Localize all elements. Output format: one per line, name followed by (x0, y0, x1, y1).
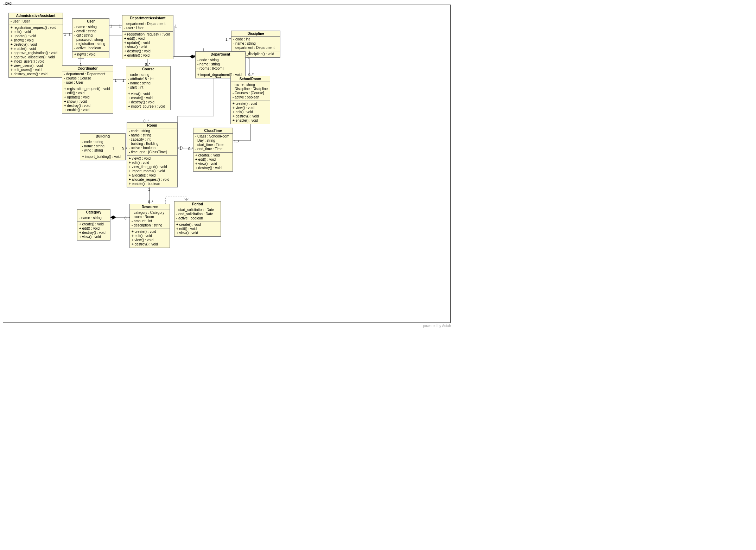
operation-row: + view() : void (79, 235, 108, 239)
class-SchoolRoom: SchoolRoom- name : string- Discipline : … (230, 76, 270, 124)
operations: + create() : void+ view() : void+ edit()… (231, 101, 270, 124)
class-Course: Course- code : string- attribute18 : int… (126, 66, 171, 110)
multiplicity-label: 1 (111, 216, 113, 220)
operations: + new() : void (72, 52, 109, 58)
multiplicity-label: 0..* (125, 216, 130, 220)
operation-row: + edit() : void (11, 30, 61, 34)
attribute-row: - name : string (82, 144, 123, 148)
class-title: Resource (130, 204, 170, 210)
diagram-canvas: pkg AdmnistrativeAssistant- user : User+… (0, 0, 454, 329)
operation-row: + destroy() : void (233, 114, 268, 119)
attribute-row: - name : string (233, 41, 278, 46)
multiplicity-label: 1 (69, 32, 71, 36)
attribute-row: - email : string (74, 29, 107, 33)
operation-row: + view() : void (176, 231, 219, 235)
multiplicity-label: 1..* (225, 38, 231, 41)
operations: + create() : void+ edit() : void+ view()… (130, 229, 170, 248)
operation-row: + destroy() : void (132, 242, 168, 247)
operations: + registration_request() : void+ edit() … (9, 25, 63, 77)
attributes: - code : string- name : string- capacity… (127, 128, 177, 156)
attribute-row: - user : User (11, 19, 61, 24)
operation-row: + new() : void (74, 52, 107, 57)
multiplicity-label: 0..* (188, 147, 193, 151)
operation-row: + create() : void (79, 222, 108, 226)
attribute-row: - active : boolean (129, 146, 176, 150)
multiplicity-label: 1 (80, 55, 82, 59)
class-Room: Room- code : string- name : string- capa… (127, 122, 178, 187)
operation-row: + destroy() : void (128, 100, 169, 104)
operation-row: + destroy() : void (79, 231, 108, 235)
attribute-row: - rooms : [Room] (197, 66, 243, 71)
operation-row: + view() : void (233, 106, 268, 110)
class-title: ClassTime (193, 128, 233, 134)
operation-row: + destroy() : void (64, 104, 111, 108)
multiplicity-label: 1 (122, 78, 125, 82)
multiplicity-label: 1 (110, 24, 112, 28)
operation-row: + index_users() : void (11, 59, 61, 64)
multiplicity-label: 1 (64, 32, 66, 36)
class-User: User- name : string- email : string- cpf… (72, 18, 109, 58)
class-title: Course (126, 66, 170, 72)
multiplicity-label: 1 (115, 78, 117, 82)
operation-row: + edit() : void (195, 158, 231, 162)
operations: + view() : void+ create() : void+ destro… (126, 91, 170, 110)
operation-row: + import_rooms() : void (129, 169, 176, 173)
operations: + view() : void+ edit() : void+ view_tim… (127, 156, 177, 187)
operation-row: + update() : void (64, 95, 111, 100)
attribute-row: - description : string (132, 223, 168, 228)
multiplicity-label: 1 (175, 24, 177, 28)
operation-row: + approve_registration() : void (11, 51, 61, 55)
attribute-row: - registration : string (74, 42, 107, 46)
operation-row: + edit_users() : void (11, 68, 61, 72)
attribute-row: - name : string (197, 62, 243, 66)
operations: + create() : void+ edit() : void+ view()… (193, 153, 233, 171)
class-Resource: Resource- category : Category- room : Ro… (129, 204, 170, 248)
operation-row: + enable() : void (124, 53, 171, 58)
class-title: Building (80, 134, 125, 139)
class-DepartmentAssistant: DepartmentAssistant- department : Depart… (122, 15, 173, 59)
attribute-row: - name : string (129, 133, 176, 138)
multiplicity-label: 1 (112, 147, 114, 151)
operation-row: + view() : void (195, 162, 231, 166)
attributes: - user : User (9, 19, 63, 25)
multiplicity-label: 1 (179, 147, 182, 151)
operation-row: + edit() : void (64, 91, 111, 95)
class-title: AdmnistrativeAssistant (9, 13, 63, 19)
operation-row: + registration_request() : void (64, 87, 111, 91)
operation-row: + edit() : void (124, 37, 171, 41)
operation-row: + registration_request() : void (11, 26, 61, 30)
attribute-row: - department : Department (124, 22, 171, 26)
attributes: - code : string- name : string- rooms : … (196, 57, 245, 72)
multiplicity-label: 0..* (144, 119, 149, 123)
operation-row: + create() : void (233, 102, 268, 106)
operations: + registration_request() : void+ edit() … (122, 32, 173, 59)
attribute-row: - time_grid : [ClassTime] (129, 150, 176, 154)
attribute-row: - start_solicitation : Date (176, 208, 219, 212)
attribute-row: - name : string (79, 216, 108, 220)
attribute-row: - code : string (129, 129, 176, 133)
attribute-row: - active : boolean (74, 46, 107, 50)
class-Building: Building- code : string- name : string- … (80, 133, 126, 160)
class-Category: Category- name : string+ create() : void… (77, 209, 110, 241)
operations: + registration_request() : void+ edit() … (62, 86, 113, 113)
class-title: Room (127, 123, 177, 128)
operations: + create() : void+ edit() : void+ destro… (77, 222, 110, 240)
class-ClassTime: ClassTime- Class : SchoolRoom- Day : str… (193, 128, 233, 172)
attributes: - code : string- name : string- wing : s… (80, 139, 125, 154)
multiplicity-label: 1 (248, 50, 250, 54)
class-title: Period (174, 202, 221, 207)
attribute-row: - password : string (74, 38, 107, 42)
operation-row: + edit() : void (132, 234, 168, 238)
operation-row: + edit() : void (79, 226, 108, 231)
operation-row: + view_users() : void (11, 64, 61, 68)
multiplicity-label: 0..* (148, 200, 153, 204)
attribute-row: - start_time : Time (195, 143, 231, 147)
operations: + create() : void+ edit() : void+ view()… (174, 222, 221, 236)
footer-credit: powered by Astah (423, 324, 451, 328)
attribute-row: - room : Room (132, 215, 168, 219)
attribute-row: - course : Course (64, 76, 111, 81)
operation-row: + enable() : void (11, 47, 61, 51)
attribute-row: - end_solicitation : Date (176, 212, 219, 216)
attribute-row: - code : string (128, 73, 169, 77)
attribute-row: - end_time : Time (195, 147, 231, 151)
